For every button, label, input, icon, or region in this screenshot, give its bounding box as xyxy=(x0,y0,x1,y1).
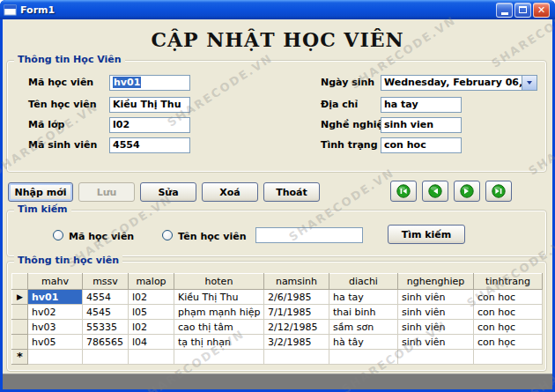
grid-cell[interactable]: 4554 xyxy=(83,290,129,305)
grid-cell[interactable] xyxy=(474,350,543,365)
nav-previous-button[interactable] xyxy=(422,181,448,202)
grid-cell[interactable]: Kiều Thị Thu xyxy=(174,290,264,305)
grid-cell[interactable]: hv01 xyxy=(28,290,83,305)
grid-column-header[interactable]: tinhtrang xyxy=(474,274,543,290)
grid-cell[interactable]: thai binh xyxy=(329,305,398,320)
dia-chi-input[interactable]: ha tay xyxy=(381,97,462,113)
grid-cell[interactable]: hv05 xyxy=(28,335,83,350)
search-button[interactable]: Tìm kiếm xyxy=(388,225,465,244)
grid-cell[interactable]: sinh viên xyxy=(398,290,474,305)
grid-cell[interactable] xyxy=(83,350,129,365)
titlebar[interactable]: Form1 ✕ xyxy=(0,0,555,19)
grid-body: ▶hv014554l02Kiều Thị Thu2/6/1985ha taysi… xyxy=(12,290,543,365)
row-header[interactable] xyxy=(12,335,28,350)
tinh-trang-input[interactable]: con hoc xyxy=(381,137,462,153)
selected-text: hv01 xyxy=(113,77,141,88)
row-header[interactable] xyxy=(12,320,28,335)
grid-cell[interactable] xyxy=(129,350,174,365)
grid-cell[interactable]: hv03 xyxy=(28,320,83,335)
grid-cell[interactable] xyxy=(174,350,264,365)
grid-column-header[interactable]: nghenghiep xyxy=(398,274,474,290)
grid-cell[interactable] xyxy=(264,350,329,365)
window-icon xyxy=(4,4,17,17)
exit-button[interactable]: Thoát xyxy=(263,182,320,202)
grid-cell[interactable]: hv02 xyxy=(28,305,83,320)
grid-column-header[interactable]: mssv xyxy=(83,274,129,290)
close-button[interactable]: ✕ xyxy=(533,3,550,18)
nav-first-button[interactable] xyxy=(390,181,417,202)
grid-cell[interactable] xyxy=(398,350,474,365)
combo-dropdown-button[interactable] xyxy=(522,76,536,90)
ma-hoc-vien-input[interactable]: hv01 xyxy=(109,75,190,91)
grid-cell[interactable]: 2/6/1985 xyxy=(264,290,329,305)
new-row-marker[interactable]: * xyxy=(12,350,28,365)
maximize-button[interactable] xyxy=(514,3,531,18)
bottom-panel xyxy=(3,374,552,389)
window-controls: ✕ xyxy=(496,3,550,18)
nav-next-button[interactable] xyxy=(454,181,480,202)
grid-column-header[interactable]: malop xyxy=(129,274,174,290)
search-input[interactable] xyxy=(255,227,363,243)
grid-cell[interactable]: l02 xyxy=(129,290,174,305)
grid-cell[interactable]: hà tây xyxy=(329,335,398,350)
grid-column-header[interactable]: diachi xyxy=(329,274,398,290)
nav-last-button[interactable] xyxy=(485,181,512,202)
grid-column-header[interactable]: mahv xyxy=(28,274,83,290)
search-group: Tìm kiếm Mã học viên Tên học viên Tìm ki… xyxy=(6,210,547,257)
grid-cell[interactable]: con học xyxy=(474,320,543,335)
grid-header-row: mahvmssvmalophotennamsinhdiachinghenghie… xyxy=(12,274,543,290)
grid-cell[interactable]: sinh viên xyxy=(398,335,474,350)
grid-cell[interactable] xyxy=(329,350,398,365)
nghe-nghiep-input[interactable]: sinh vien xyxy=(381,117,462,133)
grid-cell[interactable]: 2/12/1985 xyxy=(264,320,329,335)
grid-cell[interactable]: con hoc xyxy=(474,305,543,320)
table-row: hv024545l05phạm mạnh hiệp7/1/1985thai bi… xyxy=(12,305,543,320)
grid-cell[interactable]: ha tay xyxy=(329,290,398,305)
grid-cell[interactable]: con hoc xyxy=(474,290,543,305)
ten-hoc-vien-input[interactable]: Kiều Thị Thu xyxy=(109,97,190,113)
grid-cell[interactable]: con học xyxy=(474,335,543,350)
delete-button[interactable]: Xoá xyxy=(202,182,258,202)
form-client: CẬP NHẬT HỌC VIÊN Thông tin Học Viên Mã … xyxy=(3,19,552,389)
page-title: CẬP NHẬT HỌC VIÊN xyxy=(3,28,552,55)
row-header[interactable] xyxy=(12,305,28,320)
grid-corner xyxy=(12,274,28,290)
grid-cell[interactable]: 786565 xyxy=(83,335,129,350)
grid-cell[interactable]: 4545 xyxy=(83,305,129,320)
search-by-id-radio[interactable] xyxy=(53,230,63,240)
search-group-label: Tìm kiếm xyxy=(14,203,71,215)
grid-cell[interactable] xyxy=(28,350,83,365)
grid-cell[interactable]: 7/1/1985 xyxy=(264,305,329,320)
table-new-row: * xyxy=(12,350,543,365)
grid-cell[interactable]: l02 xyxy=(129,320,174,335)
grid-cell[interactable]: cao thị tâm xyxy=(174,320,264,335)
table-row: hv0355335l02cao thị tâm2/12/1985sầm sơns… xyxy=(12,320,543,335)
ma-sinh-vien-label: Mã sinh viên xyxy=(28,139,97,151)
ma-sinh-vien-input[interactable]: 4554 xyxy=(109,137,190,153)
dia-chi-label: Địa chỉ xyxy=(321,99,358,110)
tinh-trang-label: Tình trạng xyxy=(321,139,378,151)
grid-cell[interactable]: 55335 xyxy=(83,320,129,335)
row-header[interactable]: ▶ xyxy=(12,290,28,305)
ma-lop-input[interactable]: l02 xyxy=(109,117,190,133)
student-grid-group-label: Thông tin học viên xyxy=(14,255,122,266)
grid-cell[interactable]: sinh viên xyxy=(398,320,474,335)
minimize-icon xyxy=(501,12,508,15)
minimize-button[interactable] xyxy=(496,3,513,18)
ngay-sinh-combo[interactable]: Wednesday, February 06, 1985 xyxy=(381,75,537,91)
window-title: Form1 xyxy=(20,4,496,16)
grid-cell[interactable]: l04 xyxy=(129,335,174,350)
search-by-name-radio[interactable] xyxy=(162,230,173,240)
grid-cell[interactable]: sinh viên xyxy=(398,305,474,320)
ten-hoc-vien-label: Tên học viên xyxy=(28,99,96,110)
grid-column-header[interactable]: namsinh xyxy=(264,274,329,290)
grid-cell[interactable]: l05 xyxy=(129,305,174,320)
grid-cell[interactable]: tạ thị nhạn xyxy=(174,335,264,350)
grid-column-header[interactable]: hoten xyxy=(174,274,264,290)
grid-cell[interactable]: phạm mạnh hiệp xyxy=(174,305,264,320)
edit-button[interactable]: Sửa xyxy=(140,182,196,202)
new-button[interactable]: Nhập mới xyxy=(8,182,73,202)
grid-cell[interactable]: sầm sơn xyxy=(329,320,398,335)
grid-cell[interactable]: 3/2/1985 xyxy=(264,335,329,350)
student-table: mahvmssvmalophotennamsinhdiachinghenghie… xyxy=(11,273,543,365)
